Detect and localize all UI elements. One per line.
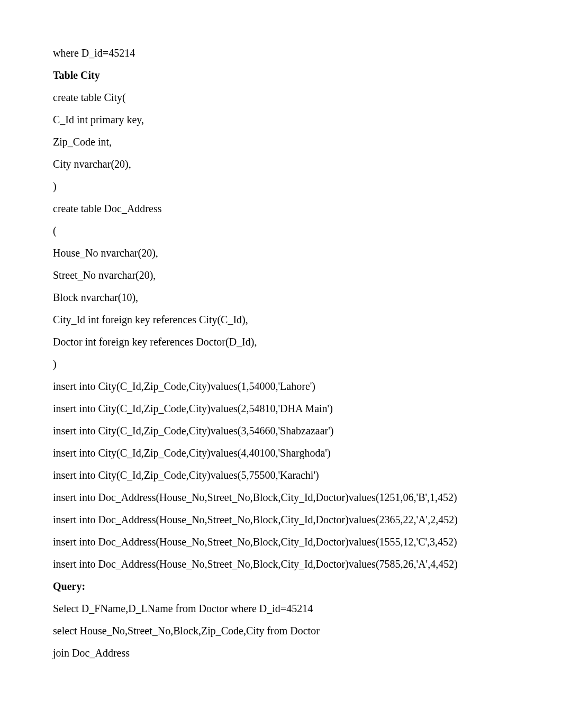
document-body: where D_id=45214 Table City create table…: [53, 45, 509, 661]
text-line: Street_No nvarchar(20),: [53, 267, 509, 283]
text-line: Doctor int foreign key references Doctor…: [53, 334, 509, 350]
text-line: ): [53, 356, 509, 372]
text-line: insert into Doc_Address(House_No,Street_…: [53, 534, 509, 550]
text-line: (: [53, 223, 509, 239]
text-line: insert into City(C_Id,Zip_Code,City)valu…: [53, 467, 509, 483]
text-line: ): [53, 178, 509, 194]
text-line: select House_No,Street_No,Block,Zip_Code…: [53, 623, 509, 639]
text-line: insert into City(C_Id,Zip_Code,City)valu…: [53, 423, 509, 439]
text-line: Block nvarchar(10),: [53, 289, 509, 305]
text-line: Zip_Code int,: [53, 134, 509, 150]
heading-query: Query:: [53, 578, 509, 594]
text-line: insert into City(C_Id,Zip_Code,City)valu…: [53, 401, 509, 416]
text-line: create table Doc_Address: [53, 201, 509, 216]
text-line: City_Id int foreign key references City(…: [53, 312, 509, 327]
text-line: insert into Doc_Address(House_No,Street_…: [53, 512, 509, 527]
heading-table-city: Table City: [53, 67, 509, 83]
text-line: insert into City(C_Id,Zip_Code,City)valu…: [53, 378, 509, 394]
text-line: City nvarchar(20),: [53, 156, 509, 172]
text-line: insert into Doc_Address(House_No,Street_…: [53, 489, 509, 505]
text-line: House_No nvarchar(20),: [53, 245, 509, 261]
text-line: where D_id=45214: [53, 45, 509, 61]
text-line: insert into Doc_Address(House_No,Street_…: [53, 556, 509, 572]
text-line: C_Id int primary key,: [53, 112, 509, 128]
text-line: Select D_FName,D_LName from Doctor where…: [53, 600, 509, 616]
text-line: create table City(: [53, 89, 509, 105]
text-line: insert into City(C_Id,Zip_Code,City)valu…: [53, 445, 509, 461]
text-line: join Doc_Address: [53, 645, 509, 661]
